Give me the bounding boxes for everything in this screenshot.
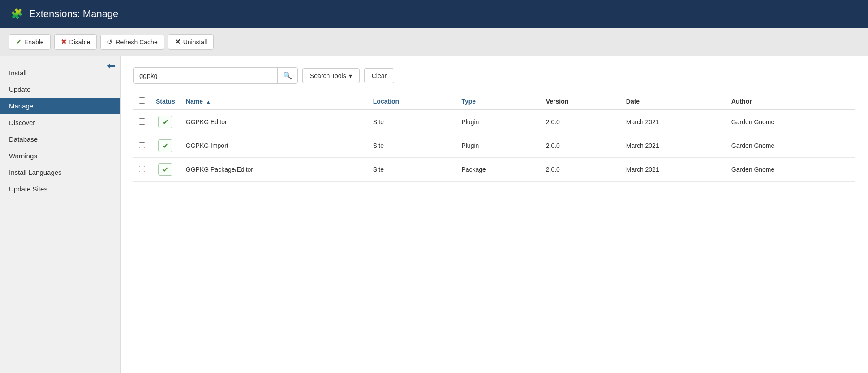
chevron-down-icon: ▾ [349,72,352,79]
row-name: GGPKG Package/Editor [180,158,368,182]
row-name: GGPKG Editor [180,110,368,134]
sidebar-item-database[interactable]: Database [0,131,120,147]
main-content: 🔍 Search Tools ▾ Clear Status Name ▲ [121,56,868,373]
row-type: Package [456,158,540,182]
sidebar-back-button[interactable]: ⬅ [107,60,115,72]
row-checkbox[interactable] [139,166,145,172]
layout: ⬅ Install Update Manage Discover Databas… [0,56,868,373]
x-black-icon: ✕ [175,38,180,46]
table-header-row: Status Name ▲ Location Type Version Date… [133,93,855,110]
row-checkbox[interactable] [139,118,145,125]
row-version: 2.0.0 [541,110,621,134]
clear-button[interactable]: Clear [364,68,394,83]
row-date: March 2021 [621,134,726,158]
row-status[interactable]: ✔ [150,158,180,182]
x-red-icon: ✖ [61,38,67,46]
row-author: Garden Gnome [726,158,855,182]
th-date: Date [621,93,726,110]
sidebar-item-install[interactable]: Install [0,65,120,81]
row-date: March 2021 [621,158,726,182]
refresh-cache-button[interactable]: ↺ Refresh Cache [100,35,164,50]
row-status[interactable]: ✔ [150,110,180,134]
row-version: 2.0.0 [541,134,621,158]
clear-label: Clear [372,72,387,79]
enable-label: Enable [24,39,44,46]
row-version: 2.0.0 [541,158,621,182]
sidebar-item-manage[interactable]: Manage [0,98,120,114]
status-enabled-icon[interactable]: ✔ [158,139,172,152]
row-name: GGPKG Import [180,134,368,158]
row-date: March 2021 [621,110,726,134]
th-name[interactable]: Name ▲ [180,93,368,110]
row-checkbox[interactable] [139,142,145,148]
sidebar-item-install-languages[interactable]: Install Languages [0,164,120,181]
uninstall-label: Uninstall [183,39,207,46]
puzzle-icon: 🧩 [11,8,23,20]
refresh-cache-label: Refresh Cache [116,39,157,46]
refresh-icon: ↺ [107,38,113,46]
disable-button[interactable]: ✖ Disable [54,34,97,50]
row-type: Plugin [456,110,540,134]
status-enabled-icon[interactable]: ✔ [158,116,172,128]
search-icon: 🔍 [283,72,292,79]
disable-label: Disable [69,39,90,46]
row-location: Site [368,110,456,134]
row-checkbox-cell [133,158,150,182]
search-submit-button[interactable]: 🔍 [277,68,297,83]
page-header: 🧩 Extensions: Manage [0,0,868,28]
extensions-table: Status Name ▲ Location Type Version Date… [133,93,855,182]
row-checkbox-cell [133,134,150,158]
sidebar-item-warnings[interactable]: Warnings [0,147,120,164]
table-row: ✔ GGPKG Import Site Plugin 2.0.0 March 2… [133,134,855,158]
row-author: Garden Gnome [726,134,855,158]
table-row: ✔ GGPKG Editor Site Plugin 2.0.0 March 2… [133,110,855,134]
table-row: ✔ GGPKG Package/Editor Site Package 2.0.… [133,158,855,182]
sort-arrow-name: ▲ [206,99,211,104]
search-tools-button[interactable]: Search Tools ▾ [302,68,360,83]
row-type: Plugin [456,134,540,158]
th-version: Version [541,93,621,110]
sidebar: ⬅ Install Update Manage Discover Databas… [0,56,121,373]
select-all-checkbox[interactable] [139,97,145,104]
search-input-wrap: 🔍 [133,67,298,84]
th-location[interactable]: Location [368,93,456,110]
toolbar: ✔ Enable ✖ Disable ↺ Refresh Cache ✕ Uni… [0,28,868,56]
page-title: Extensions: Manage [29,8,118,20]
th-type[interactable]: Type [456,93,540,110]
row-checkbox-cell [133,110,150,134]
th-select-all [133,93,150,110]
sidebar-item-update[interactable]: Update [0,81,120,98]
search-tools-label: Search Tools [310,72,346,79]
row-location: Site [368,134,456,158]
sidebar-item-discover[interactable]: Discover [0,114,120,131]
enable-button[interactable]: ✔ Enable [9,34,51,50]
sidebar-nav: Install Update Manage Discover Database … [0,65,120,197]
th-author: Author [726,93,855,110]
sidebar-item-update-sites[interactable]: Update Sites [0,181,120,197]
uninstall-button[interactable]: ✕ Uninstall [168,34,214,50]
row-location: Site [368,158,456,182]
search-bar: 🔍 Search Tools ▾ Clear [133,67,855,84]
status-enabled-icon[interactable]: ✔ [158,163,172,176]
search-input[interactable] [134,68,277,83]
row-status[interactable]: ✔ [150,134,180,158]
check-icon: ✔ [16,38,21,46]
row-author: Garden Gnome [726,110,855,134]
th-status[interactable]: Status [150,93,180,110]
